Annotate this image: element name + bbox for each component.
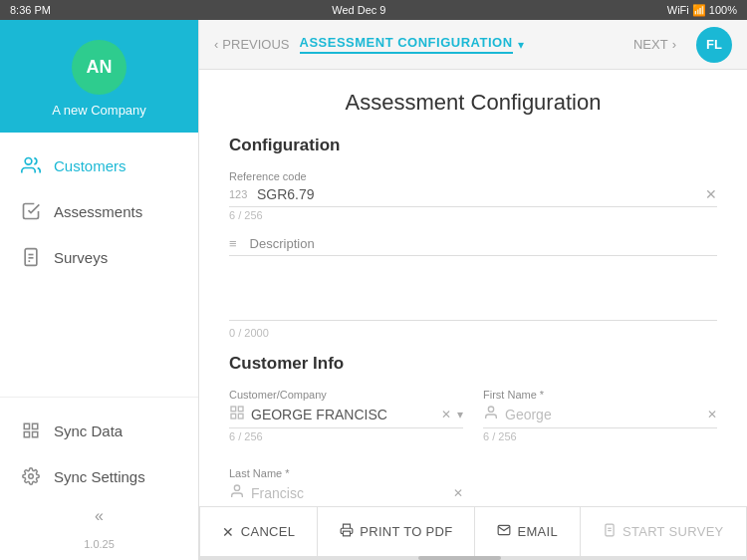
start-survey-icon — [603, 523, 617, 540]
reference-code-field: Reference code 123 ✕ 6 / 256 — [229, 170, 717, 221]
customer-dropdown-icon[interactable]: ▾ — [457, 408, 463, 421]
sidebar-bottom: Sync Data Sync Settings « 1.0.25 — [0, 397, 198, 560]
customer-clear-icon[interactable]: ✕ — [441, 408, 451, 421]
customer-company-row: GEORGE FRANCISC ✕ ▾ — [229, 405, 463, 428]
svg-point-15 — [234, 485, 239, 490]
chevron-left-icon: ‹ — [214, 37, 218, 52]
sidebar-item-customers[interactable]: Customers — [0, 142, 198, 188]
svg-point-14 — [488, 407, 493, 412]
customer-company-value: GEORGE FRANCISC — [251, 407, 435, 422]
scrollbar — [199, 556, 747, 560]
sidebar-item-assessments[interactable]: Assessments — [0, 188, 198, 234]
svg-rect-12 — [231, 414, 236, 419]
last-name-row: ✕ — [229, 483, 463, 506]
sync-settings-label: Sync Settings — [54, 468, 145, 485]
customer-info-grid: Customer/Company GEORGE FRANCISC ✕ ▾ — [229, 389, 717, 457]
last-name-field: Last Name * ✕ 8 / 256 — [229, 467, 463, 506]
sync-settings-icon — [20, 465, 42, 487]
first-name-char-count: 6 / 256 — [483, 430, 717, 442]
avatar: AN — [72, 40, 126, 95]
form-title: Assessment Configuration — [229, 90, 717, 116]
svg-rect-16 — [344, 531, 351, 536]
reference-code-prefix: 123 — [229, 188, 249, 200]
first-name-row: ✕ — [483, 405, 717, 428]
user-avatar: FL — [696, 27, 732, 63]
configuration-section-title: Configuration — [229, 136, 717, 155]
reference-code-label: Reference code — [229, 170, 717, 182]
status-indicators: WiFi 📶 100% — [667, 4, 737, 17]
sidebar-nav: Customers Assessments — [0, 133, 198, 397]
start-survey-button[interactable]: START SURVEY — [581, 507, 747, 556]
cancel-label: CANCEL — [241, 524, 296, 539]
cancel-icon: ✕ — [222, 524, 234, 540]
bottom-toolbar: ✕ CANCEL PRINT TO PDF — [199, 506, 747, 556]
sidebar: AN A new Company Customers — [0, 20, 199, 560]
first-name-label: First Name * — [483, 389, 717, 401]
start-survey-label: START SURVEY — [622, 524, 724, 539]
configuration-section: Configuration Reference code 123 ✕ 6 / 2… — [229, 136, 717, 339]
nav-title: ASSESSMENT CONFIGURATION — [300, 35, 513, 54]
form-area: Assessment Configuration Configuration R… — [199, 70, 747, 506]
description-field: ≡ Description 0 / 2000 — [229, 236, 717, 339]
description-char-count: 0 / 2000 — [229, 327, 717, 339]
first-name-clear-icon[interactable]: ✕ — [707, 408, 717, 421]
status-day: Wed Dec 9 — [332, 4, 385, 16]
surveys-icon — [20, 246, 42, 268]
customer-info-title: Customer Info — [229, 354, 717, 374]
customer-icon — [229, 405, 245, 423]
sync-data-icon — [20, 420, 42, 441]
first-name-input[interactable] — [505, 407, 701, 422]
svg-rect-5 — [24, 423, 29, 428]
sidebar-assessments-label: Assessments — [54, 203, 142, 220]
svg-rect-6 — [33, 423, 38, 428]
scrollbar-thumb — [418, 556, 501, 560]
status-bar: 8:36 PM Wed Dec 9 WiFi 📶 100% — [0, 0, 747, 20]
print-icon — [340, 523, 354, 540]
prev-label: PREVIOUS — [222, 37, 289, 52]
print-to-pdf-button[interactable]: PRINT TO PDF — [318, 507, 475, 556]
last-name-input[interactable] — [251, 485, 447, 501]
sidebar-item-surveys[interactable]: Surveys — [0, 234, 198, 280]
sync-data-label: Sync Data — [54, 422, 123, 439]
email-button[interactable]: EMAIL — [475, 507, 581, 556]
customer-company-field: Customer/Company GEORGE FRANCISC ✕ ▾ — [229, 389, 463, 442]
description-row: ≡ Description — [229, 236, 717, 256]
reference-code-input[interactable] — [257, 186, 697, 202]
svg-point-9 — [29, 474, 34, 479]
company-name: A new Company — [52, 103, 146, 118]
description-input[interactable] — [229, 261, 717, 321]
sidebar-version: 1.0.25 — [0, 533, 198, 555]
customer-company-label: Customer/Company — [229, 389, 463, 401]
nav-title-container: ASSESSMENT CONFIGURATION ▾ — [300, 35, 623, 54]
sidebar-customers-label: Customers — [54, 157, 126, 174]
print-label: PRINT TO PDF — [360, 524, 452, 539]
svg-rect-13 — [238, 414, 243, 419]
sidebar-item-sync-settings[interactable]: Sync Settings — [0, 453, 198, 499]
nav-dropdown-icon: ▾ — [518, 38, 524, 52]
last-name-clear-icon[interactable]: ✕ — [453, 486, 463, 500]
collapse-icon: « — [95, 507, 104, 525]
prev-button[interactable]: ‹ PREVIOUS — [214, 37, 290, 52]
description-icon: ≡ — [229, 236, 237, 251]
collapse-button[interactable]: « — [0, 499, 198, 533]
email-icon — [497, 523, 511, 540]
reference-code-clear-icon[interactable]: ✕ — [705, 186, 717, 202]
svg-point-0 — [25, 158, 32, 165]
customer-char-count: 6 / 256 — [229, 430, 463, 442]
last-name-label: Last Name * — [229, 467, 463, 479]
next-button[interactable]: NEXT › — [633, 37, 676, 52]
cancel-button[interactable]: ✕ CANCEL — [199, 507, 318, 556]
sidebar-surveys-label: Surveys — [54, 249, 108, 266]
svg-rect-11 — [238, 407, 243, 412]
status-time: 8:36 PM — [10, 4, 51, 16]
customer-info-section: Customer Info Customer/Company — [229, 354, 717, 506]
email-label: EMAIL — [517, 524, 558, 539]
assessments-icon — [20, 200, 42, 222]
chevron-right-icon: › — [672, 37, 676, 52]
svg-rect-10 — [231, 407, 236, 412]
person-icon — [483, 405, 499, 423]
svg-rect-7 — [24, 432, 29, 437]
reference-code-char-count: 6 / 256 — [229, 209, 717, 221]
top-nav: ‹ PREVIOUS ASSESSMENT CONFIGURATION ▾ NE… — [199, 20, 747, 70]
sidebar-item-sync-data[interactable]: Sync Data — [0, 408, 198, 453]
